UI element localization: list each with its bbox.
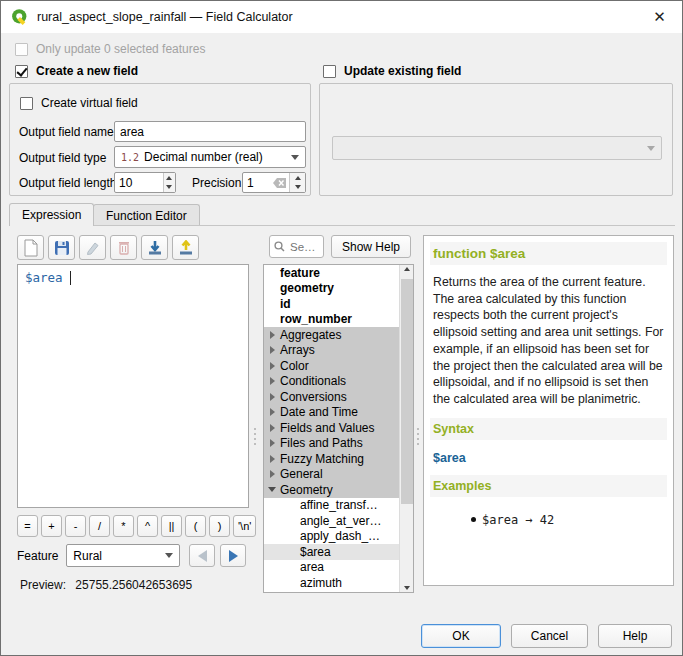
tree-item-feature[interactable]: feature xyxy=(264,265,399,281)
output-field-length-spinbox[interactable] xyxy=(114,172,176,193)
tree-group-files-and-paths[interactable]: Files and Paths xyxy=(264,436,399,452)
create-new-field-checkbox[interactable]: Create a new field xyxy=(15,64,138,78)
precision-input[interactable] xyxy=(243,173,265,192)
output-field-name-input[interactable] xyxy=(114,121,306,142)
new-expression-icon[interactable] xyxy=(17,235,44,260)
search-input[interactable] xyxy=(288,240,319,254)
operator-button[interactable]: * xyxy=(113,515,134,537)
only-update-label: Only update 0 selected features xyxy=(36,42,205,56)
tree-item-area[interactable]: area xyxy=(264,560,399,576)
chevron-right-icon[interactable] xyxy=(264,362,280,370)
chevron-down-icon xyxy=(165,553,173,558)
tree-item-row_number[interactable]: row_number xyxy=(264,312,399,328)
tree-group-conditionals[interactable]: Conditionals xyxy=(264,374,399,390)
tree-group-arrays[interactable]: Arrays xyxy=(264,343,399,359)
help-button[interactable]: Help xyxy=(598,624,672,648)
tree-item-$area[interactable]: $area xyxy=(264,544,399,560)
expression-editor[interactable]: $area xyxy=(17,264,249,508)
operator-button[interactable]: || xyxy=(161,515,182,537)
help-body: Returns the area of the current feature.… xyxy=(433,274,664,408)
scroll-up-icon[interactable] xyxy=(404,267,410,271)
qgis-logo-icon xyxy=(11,8,29,26)
feature-label: Feature xyxy=(17,549,58,563)
tree-group-date-and-time[interactable]: Date and Time xyxy=(264,405,399,421)
operator-button[interactable]: ( xyxy=(185,515,206,537)
output-field-length-input[interactable] xyxy=(115,173,163,192)
tree-item-apply_dash_[interactable]: apply_dash_… xyxy=(264,529,399,545)
tree-item-angle_at_ver[interactable]: angle_at_ver… xyxy=(264,513,399,529)
tree-item-affine_transf[interactable]: affine_transf… xyxy=(264,498,399,514)
chevron-right-icon[interactable] xyxy=(264,424,280,432)
export-expression-icon[interactable] xyxy=(172,235,199,260)
feature-value: Rural xyxy=(73,549,102,563)
splitter-right[interactable] xyxy=(415,416,421,456)
help-heading: function $area xyxy=(430,242,667,265)
tree-item-geometry[interactable]: geometry xyxy=(264,281,399,297)
tree-group-fuzzy-matching[interactable]: Fuzzy Matching xyxy=(264,451,399,467)
chevron-right-icon[interactable] xyxy=(264,408,280,416)
next-feature-icon[interactable] xyxy=(220,544,246,567)
tab-expression[interactable]: Expression xyxy=(9,203,94,226)
operator-button[interactable]: '\n' xyxy=(233,515,256,537)
update-existing-field-label: Update existing field xyxy=(344,64,461,78)
cancel-button[interactable]: Cancel xyxy=(511,624,588,648)
update-existing-field-checkbox[interactable]: Update existing field xyxy=(323,64,461,78)
tree-item-label: Arrays xyxy=(280,343,315,357)
tree-item-id[interactable]: id xyxy=(264,296,399,312)
chevron-right-icon[interactable] xyxy=(264,393,280,401)
spin-down-icon[interactable] xyxy=(164,183,175,193)
tree-group-aggregates[interactable]: Aggregates xyxy=(264,327,399,343)
scroll-down-icon[interactable] xyxy=(404,586,410,590)
chevron-right-icon[interactable] xyxy=(264,470,280,478)
operator-button[interactable]: ^ xyxy=(137,515,158,537)
tab-function-editor[interactable]: Function Editor xyxy=(93,204,200,226)
spin-arrows[interactable] xyxy=(163,173,175,192)
chevron-right-icon[interactable] xyxy=(264,439,280,447)
save-expression-icon[interactable] xyxy=(48,235,75,260)
tree-item-azimuth[interactable]: azimuth xyxy=(264,575,399,591)
operator-button[interactable]: ) xyxy=(209,515,230,537)
clear-value-icon[interactable] xyxy=(273,173,289,192)
tree-group-geometry[interactable]: Geometry xyxy=(264,482,399,498)
precision-spinbox[interactable] xyxy=(242,172,306,193)
chevron-right-icon[interactable] xyxy=(264,377,280,385)
scrollbar-thumb[interactable] xyxy=(401,279,413,504)
operator-button[interactable]: - xyxy=(65,515,86,537)
feature-dropdown[interactable]: Rural xyxy=(66,544,180,567)
spin-up-icon[interactable] xyxy=(164,173,175,183)
ok-button[interactable]: OK xyxy=(421,624,501,648)
spin-up-icon[interactable] xyxy=(290,173,305,183)
tree-group-fields-and-values[interactable]: Fields and Values xyxy=(264,420,399,436)
chevron-down-icon[interactable] xyxy=(264,487,280,492)
tree-item-label: affine_transf… xyxy=(300,498,378,512)
tree-item-label: Date and Time xyxy=(280,405,358,419)
help-example: $area → 42 xyxy=(471,513,664,527)
delete-expression-icon xyxy=(110,235,137,260)
spin-arrows[interactable] xyxy=(289,173,305,192)
only-update-checkbox: Only update 0 selected features xyxy=(15,42,205,56)
tree-item-boundary[interactable]: boundary xyxy=(264,591,399,594)
scrollbar[interactable] xyxy=(399,265,413,592)
chevron-right-icon[interactable] xyxy=(264,455,280,463)
checkbox-icon xyxy=(20,97,33,110)
operator-button[interactable]: / xyxy=(89,515,110,537)
import-expression-icon[interactable] xyxy=(141,235,168,260)
operator-button[interactable]: = xyxy=(17,515,38,537)
splitter-left[interactable] xyxy=(252,416,258,456)
tree-group-conversions[interactable]: Conversions xyxy=(264,389,399,405)
tree-item-label: boundary xyxy=(300,591,350,593)
close-icon[interactable]: ✕ xyxy=(637,1,682,32)
tree-item-label: apply_dash_… xyxy=(300,529,380,543)
output-field-type-dropdown[interactable]: 1.2 Decimal number (real) xyxy=(114,146,306,168)
create-virtual-field-checkbox[interactable]: Create virtual field xyxy=(20,96,138,110)
tree-group-general[interactable]: General xyxy=(264,467,399,483)
chevron-right-icon[interactable] xyxy=(264,346,280,354)
spin-down-icon[interactable] xyxy=(290,183,305,193)
operator-button[interactable]: + xyxy=(41,515,62,537)
function-search[interactable] xyxy=(269,235,324,258)
chevron-right-icon[interactable] xyxy=(264,331,280,339)
function-tree: featuregeometryidrow_numberAggregatesArr… xyxy=(264,265,399,593)
tree-group-color[interactable]: Color xyxy=(264,358,399,374)
previous-feature-icon xyxy=(189,544,215,567)
show-help-button[interactable]: Show Help xyxy=(331,235,411,258)
